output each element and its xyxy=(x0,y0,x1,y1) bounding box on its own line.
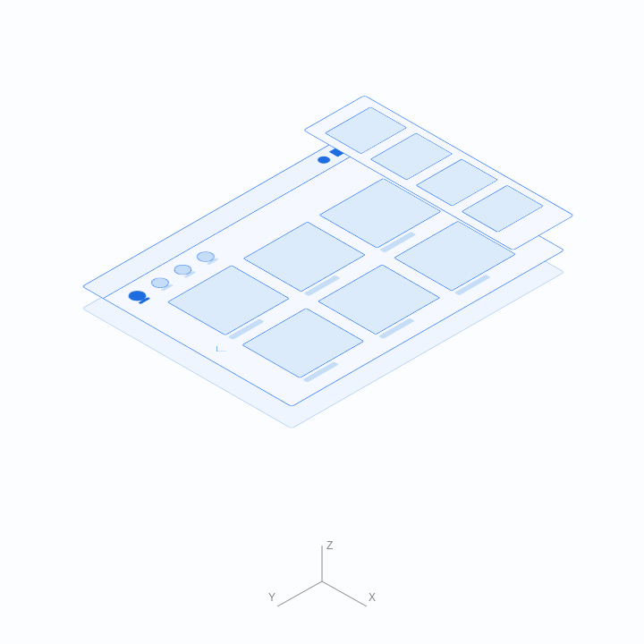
grid-card-caption xyxy=(228,318,265,340)
panel-item[interactable] xyxy=(462,185,545,233)
grid-card-caption xyxy=(454,275,491,296)
chevron-left-icon[interactable] xyxy=(216,346,226,352)
svg-line-2 xyxy=(322,581,367,606)
axes-gizmo: Z Y X xyxy=(250,537,394,626)
grid-card-caption xyxy=(302,361,339,383)
grid-card[interactable] xyxy=(242,308,364,378)
grid-card[interactable] xyxy=(318,265,440,335)
axis-x-label: X xyxy=(369,591,376,604)
svg-line-1 xyxy=(277,581,322,606)
axis-z-label: Z xyxy=(326,539,333,552)
grid-card-caption xyxy=(378,318,415,340)
circle-icon xyxy=(315,155,333,165)
grid-card-caption xyxy=(303,275,340,297)
axis-y-label: Y xyxy=(268,591,275,604)
